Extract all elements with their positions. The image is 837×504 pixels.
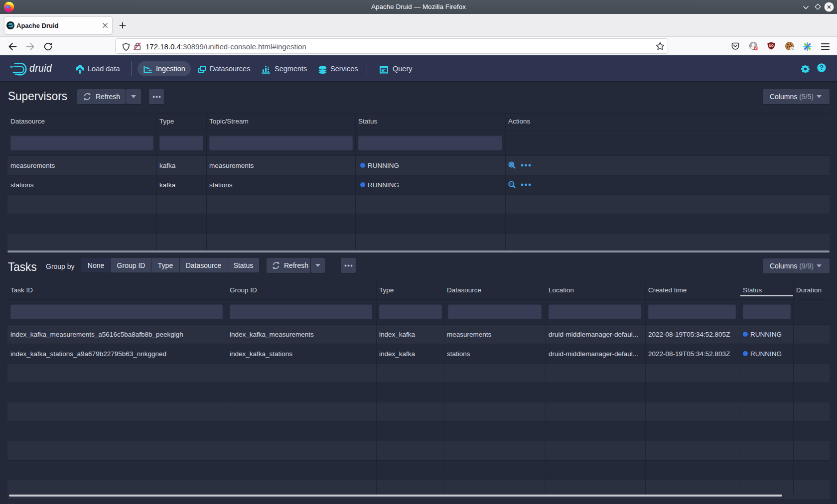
svg-text:UO: UO: [769, 44, 774, 47]
svg-text:?: ?: [820, 64, 824, 71]
